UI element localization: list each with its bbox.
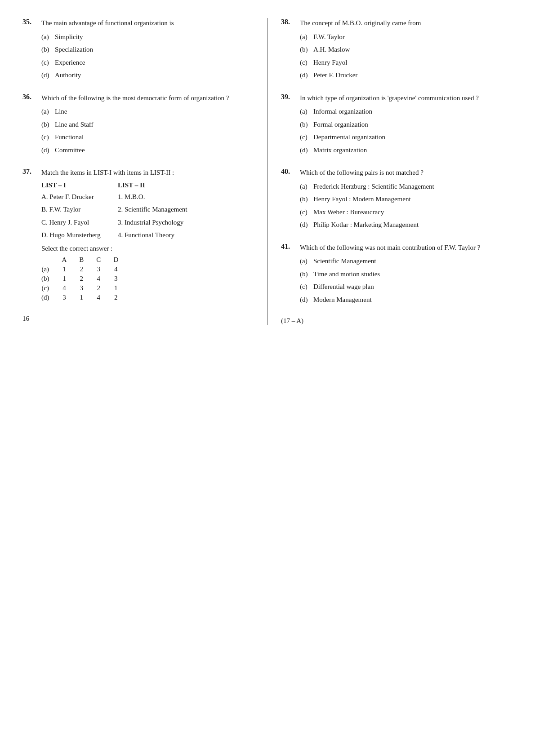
q41-opt-a-text: Scientific Management [313,256,376,266]
left-column: 35. The main advantage of functional org… [22,18,268,325]
q40-opt-a-text: Frederick Herzburg : Scientific Manageme… [313,181,434,192]
list-item: (d) Matrix organization [300,145,513,155]
q40-number: 40. [281,168,300,176]
q37-list-header-I: LIST – I [41,181,118,189]
q38-opt-b-text: A.H. Maslow [313,44,350,55]
page-footer-left: 16 [22,315,254,323]
q41-opt-b-label: (b) [300,269,313,279]
q36-number: 36. [22,93,41,101]
q41-text: Which of the following was not main cont… [300,243,513,253]
list-item: (c) Functional [41,132,254,142]
q35-opt-d-label: (d) [41,70,55,80]
q35-number: 35. [22,18,41,26]
q40-opt-d-text: Philip Kotlar : Marketing Management [313,220,419,230]
q36-opt-b-text: Line and Staff [55,119,94,130]
answer-row-a-val1: 2 [73,265,90,274]
answer-row-a-val0: 1 [56,265,73,274]
q36-opt-a-label: (a) [41,106,55,117]
q39-opt-a-label: (a) [300,106,313,117]
list-item: (b) A.H. Maslow [300,44,513,55]
q41-opt-c-label: (c) [300,282,313,292]
q37-text: Match the items in LIST-I with items in … [41,168,254,178]
q35-opt-a-text: Simplicity [55,32,83,42]
question-39-header: 39. In which type of organization is 'gr… [281,93,513,103]
q38-opt-d-label: (d) [300,70,313,80]
answer-col-C: C [90,255,107,265]
q37-number: 37. [22,168,41,176]
q40-opt-b-label: (b) [300,194,313,204]
q40-opt-d-label: (d) [300,220,313,230]
q39-opt-d-text: Matrix organization [313,145,367,155]
q40-opt-c-text: Max Weber : Bureaucracy [313,207,384,217]
q36-opt-c-text: Functional [55,132,84,142]
q39-text: In which type of organization is 'grapev… [300,93,513,103]
q38-opt-b-label: (b) [300,44,313,55]
answer-row-b-val2: 4 [90,274,107,283]
list-item: (c) 4 3 2 1 [41,283,125,293]
list-item: C. Henry J. Fayol 3. Industrial Psycholo… [41,217,254,228]
answer-row-c-val3: 1 [107,283,125,293]
question-35-header: 35. The main advantage of functional org… [22,18,254,28]
list-item: (a) 1 2 3 4 [41,265,125,274]
q35-opt-b-label: (b) [41,44,55,55]
list-item: (b) Specialization [41,44,254,55]
list-item: (b) Henry Fayol : Modern Management [300,194,513,204]
q36-opt-d-text: Committee [55,145,85,155]
q41-number: 41. [281,243,300,251]
answer-row-a-val3: 4 [107,265,125,274]
q37-answer-table: A B C D (a) 1 2 3 4 (b) 1 [41,255,125,302]
answer-row-c-val1: 3 [73,283,90,293]
q38-opt-a-label: (a) [300,32,313,42]
page-container: 35. The main advantage of functional org… [22,18,513,325]
q38-opt-c-text: Henry Fayol [313,57,347,68]
answer-col-A: A [56,255,73,265]
question-41: 41. Which of the following was not main … [281,243,513,305]
right-page-number: (17 – A) [281,317,303,325]
list-item: (a) Line [41,106,254,117]
question-38-header: 38. The concept of M.B.O. originally cam… [281,18,513,28]
q37-list-a-right: 1. M.B.O. [118,192,145,202]
page-footer-right: (17 – A) [281,317,513,325]
answer-row-c-label: (c) [41,283,56,293]
list-item: D. Hugo Munsterberg 4. Functional Theory [41,230,254,240]
q37-select-label: Select the correct answer : [41,245,254,252]
list-item: (b) Time and motion studies [300,269,513,279]
q39-opt-a-text: Informal organization [313,106,372,117]
list-item: (d) Peter F. Drucker [300,70,513,80]
list-item: (c) Max Weber : Bureaucracy [300,207,513,217]
answer-row-d-label: (d) [41,293,56,302]
q40-opt-b-text: Henry Fayol : Modern Management [313,194,411,204]
list-item: (c) Differential wage plan [300,282,513,292]
list-item: A. Peter F. Drucker 1. M.B.O. [41,192,254,202]
list-item: (b) Formal organization [300,119,513,130]
answer-row-d-val2: 4 [90,293,107,302]
q35-options: (a) Simplicity (b) Specialization (c) Ex… [41,32,254,80]
question-37: 37. Match the items in LIST-I with items… [22,168,254,302]
q35-opt-b-text: Specialization [55,44,93,55]
q37-list-headers: LIST – I LIST – II [41,181,254,189]
q36-options: (a) Line (b) Line and Staff (c) Function… [41,106,254,155]
q40-opt-a-label: (a) [300,181,313,192]
q40-text: Which of the following pairs is not matc… [300,168,513,178]
list-item: (d) Philip Kotlar : Marketing Management [300,220,513,230]
list-item: B. F.W. Taylor 2. Scientific Management [41,204,254,215]
list-item: (d) Authority [41,70,254,80]
answer-row-d-val3: 2 [107,293,125,302]
q41-opt-a-label: (a) [300,256,313,266]
list-item: (c) Henry Fayol [300,57,513,68]
right-column: 38. The concept of M.B.O. originally cam… [268,18,513,325]
question-40: 40. Which of the following pairs is not … [281,168,513,230]
answer-row-b-label: (b) [41,274,56,283]
q39-opt-b-text: Formal organization [313,119,368,130]
q41-options: (a) Scientific Management (b) Time and m… [300,256,513,305]
list-item: (d) Committee [41,145,254,155]
q36-text: Which of the following is the most democ… [41,93,254,103]
list-item: (a) Scientific Management [300,256,513,266]
list-item: (b) Line and Staff [41,119,254,130]
question-36-header: 36. Which of the following is the most d… [22,93,254,103]
list-item: (a) Informal organization [300,106,513,117]
q41-opt-d-label: (d) [300,295,313,305]
q41-opt-b-text: Time and motion studies [313,269,380,279]
q38-opt-c-label: (c) [300,57,313,68]
answer-header-row: A B C D [41,255,125,265]
